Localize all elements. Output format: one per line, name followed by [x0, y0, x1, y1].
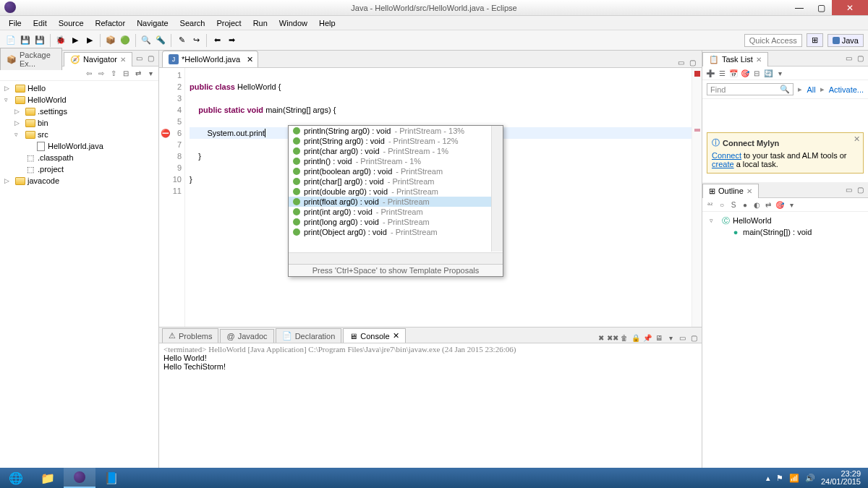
- horizontal-scrollbar[interactable]: [289, 252, 503, 264]
- assist-item[interactable]: print(long arg0) : void - PrintStream: [289, 217, 503, 227]
- close-icon[interactable]: ✕: [393, 331, 399, 341]
- menu-help[interactable]: Help: [313, 17, 341, 29]
- assist-item[interactable]: print(Object arg0) : void - PrintStream: [289, 227, 503, 237]
- forward-icon[interactable]: ➡: [225, 34, 238, 47]
- assist-item[interactable]: print(int arg0) : void - PrintStream: [289, 207, 503, 217]
- maximize-editor-icon[interactable]: ▢: [687, 57, 697, 67]
- outline-tab[interactable]: ⊞ Outline ✕: [702, 184, 759, 198]
- tray-network-icon[interactable]: 📶: [789, 474, 799, 483]
- minimize-view-icon[interactable]: ▭: [134, 53, 144, 64]
- back-icon[interactable]: ⬅: [210, 34, 224, 47]
- java-perspective-button[interactable]: Java: [827, 34, 864, 47]
- outline-method-item[interactable]: ● main(String[]) : void: [705, 226, 865, 238]
- assist-item[interactable]: print(boolean arg0) : void - PrintStream: [289, 166, 503, 176]
- menu-source[interactable]: Source: [53, 17, 90, 29]
- remove-all-icon[interactable]: ✖✖: [608, 333, 618, 343]
- menu-search[interactable]: Search: [174, 17, 211, 29]
- all-link[interactable]: All: [807, 85, 815, 94]
- menu-run[interactable]: Run: [247, 17, 273, 29]
- hide-local-icon[interactable]: ◐: [752, 200, 762, 210]
- hide-fields-icon[interactable]: ○: [717, 200, 727, 210]
- bottom-tab-declaration[interactable]: 📄Declaration: [276, 328, 342, 343]
- maximize-view-icon[interactable]: ▢: [855, 185, 865, 195]
- menu-navigate[interactable]: Navigate: [131, 17, 174, 29]
- tray-arrow-icon[interactable]: ▴: [766, 474, 770, 483]
- tray-volume-icon[interactable]: 🔊: [805, 474, 815, 483]
- categorize-icon[interactable]: ☰: [717, 68, 727, 78]
- scroll-lock-icon[interactable]: 🔒: [631, 333, 641, 343]
- focus-active-icon[interactable]: 🎯: [775, 200, 785, 210]
- quick-access[interactable]: Quick Access: [744, 34, 802, 47]
- console-output[interactable]: <terminated> HelloWorld [Java Applicatio…: [159, 343, 702, 468]
- next-annotation-icon[interactable]: ↪: [190, 34, 203, 47]
- sort-icon[interactable]: ᵃᶻ: [705, 200, 715, 210]
- task-list-tab[interactable]: 📋 Task List ✕: [702, 52, 768, 67]
- assist-item[interactable]: println() : void - PrintStream - 1%: [289, 156, 503, 166]
- tree-item[interactable]: ▷Hello: [0, 82, 158, 94]
- tree-item[interactable]: ▷.settings: [0, 106, 158, 117]
- maximize-bottom-icon[interactable]: ▢: [689, 333, 699, 343]
- menu-edit[interactable]: Edit: [27, 17, 53, 29]
- close-icon[interactable]: ✕: [756, 56, 762, 64]
- tray-flag-icon[interactable]: ⚑: [776, 474, 783, 483]
- menu-refactor[interactable]: Refactor: [90, 17, 132, 29]
- clear-console-icon[interactable]: 🗑: [619, 333, 629, 343]
- open-console-icon[interactable]: ▾: [665, 333, 676, 343]
- activate-link[interactable]: Activate...: [829, 85, 864, 94]
- tree-item[interactable]: ▿HelloWorld: [0, 94, 158, 106]
- run-last-icon[interactable]: ▶: [83, 34, 96, 47]
- assist-item[interactable]: print(double arg0) : void - PrintStream: [289, 187, 503, 197]
- save-all-icon[interactable]: 💾: [33, 34, 46, 47]
- overview-ruler[interactable]: [692, 68, 702, 327]
- view-menu-icon[interactable]: ▾: [775, 68, 785, 78]
- minimize-bottom-icon[interactable]: ▭: [677, 333, 687, 343]
- collapse-icon[interactable]: ⊟: [752, 68, 762, 78]
- outline-class-item[interactable]: ▿ Ⓒ HelloWorld: [705, 215, 865, 226]
- bottom-tab-problems[interactable]: ⚠Problems: [162, 328, 218, 343]
- taskbar-eclipse-icon[interactable]: [64, 468, 95, 488]
- maximize-button[interactable]: ▢: [810, 0, 832, 15]
- package-explorer-tab[interactable]: 📦 Package Ex...: [0, 48, 62, 70]
- minimize-view-icon[interactable]: ▭: [843, 53, 854, 64]
- tray-clock[interactable]: 23:29 24/01/2015: [821, 470, 861, 486]
- tree-item[interactable]: HelloWorld.java: [0, 140, 158, 152]
- toggle-mark-icon[interactable]: ✎: [175, 34, 188, 47]
- minimize-button[interactable]: —: [788, 0, 810, 15]
- sync-icon[interactable]: 🔄: [763, 68, 773, 78]
- create-link[interactable]: create: [712, 160, 734, 168]
- taskbar-app-icon[interactable]: 📘: [95, 468, 127, 488]
- debug-icon[interactable]: 🐞: [54, 34, 67, 47]
- run-icon[interactable]: ▶: [69, 34, 82, 47]
- remove-launch-icon[interactable]: ✖: [596, 333, 606, 343]
- tree-item[interactable]: ⬚.classpath: [0, 152, 158, 163]
- assist-item[interactable]: print(char[] arg0) : void - PrintStream: [289, 176, 503, 187]
- hide-nonpublic-icon[interactable]: ●: [740, 200, 750, 210]
- connect-link[interactable]: Connect: [712, 151, 741, 160]
- maximize-view-icon[interactable]: ▢: [145, 53, 156, 64]
- taskbar-explorer-icon[interactable]: 📁: [32, 468, 64, 488]
- bottom-tab-javadoc[interactable]: @Javadoc: [220, 329, 273, 343]
- minimize-editor-icon[interactable]: ▭: [676, 57, 686, 67]
- tree-item[interactable]: ▷bin: [0, 117, 158, 129]
- task-find-input[interactable]: Find 🔍: [707, 83, 793, 95]
- close-icon[interactable]: ✕: [247, 55, 253, 64]
- navigator-tab[interactable]: 🧭 Navigator ✕: [64, 52, 132, 67]
- close-icon[interactable]: ✕: [746, 187, 752, 195]
- bottom-tab-console[interactable]: 🖥Console✕: [343, 328, 405, 343]
- view-menu-icon[interactable]: ▾: [786, 200, 796, 210]
- close-icon[interactable]: ✕: [120, 56, 126, 64]
- maximize-view-icon[interactable]: ▢: [855, 53, 865, 64]
- close-icon[interactable]: ✕: [854, 134, 860, 144]
- search-icon[interactable]: 🔦: [154, 34, 167, 47]
- schedule-icon[interactable]: 📅: [728, 68, 739, 78]
- assist-item[interactable]: print(String arg0) : void - PrintStream …: [289, 136, 503, 146]
- pin-console-icon[interactable]: 📌: [642, 333, 652, 343]
- tree-item[interactable]: ▷javacode: [0, 175, 158, 187]
- back-nav-icon[interactable]: ⇦: [84, 69, 94, 79]
- collapse-all-icon[interactable]: ⊟: [121, 69, 131, 79]
- open-type-icon[interactable]: 🔍: [140, 34, 153, 47]
- tree-item[interactable]: ⬚.project: [0, 163, 158, 175]
- new-package-icon[interactable]: 📦: [104, 34, 117, 47]
- link-editor-icon[interactable]: ⇄: [763, 200, 773, 210]
- fwd-nav-icon[interactable]: ⇨: [96, 69, 106, 79]
